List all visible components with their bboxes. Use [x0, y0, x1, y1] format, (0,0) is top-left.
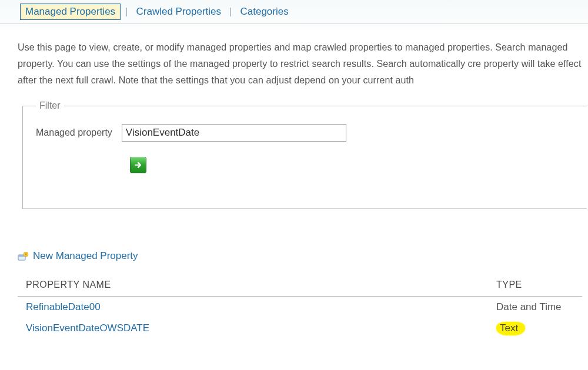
property-name-link[interactable]: RefinableDate00: [18, 301, 496, 313]
filter-label: Managed property: [36, 127, 112, 138]
managed-property-input[interactable]: [122, 124, 346, 142]
filter-legend: Filter: [36, 100, 64, 111]
filter-row: Managed property: [36, 124, 587, 142]
svg-point-2: [24, 252, 28, 257]
table-row: VisionEventDateOWSDATE Text: [18, 318, 582, 339]
new-managed-property-label: New Managed Property: [33, 250, 138, 262]
property-type: Date and Time: [496, 301, 582, 313]
filter-panel: Filter Managed property: [22, 100, 587, 209]
column-type[interactable]: TYPE: [496, 280, 582, 290]
column-property-name[interactable]: PROPERTY NAME: [18, 280, 496, 290]
tab-crawled-properties[interactable]: Crawled Properties: [133, 4, 225, 19]
property-name-link[interactable]: VisionEventDateOWSDATE: [18, 322, 496, 334]
page: Managed Properties | Crawled Properties …: [0, 0, 588, 370]
new-item-icon: [18, 252, 28, 260]
tab-bar: Managed Properties | Crawled Properties …: [0, 4, 588, 24]
highlighted-type: Text: [496, 322, 525, 335]
arrow-right-icon: [133, 160, 143, 170]
new-managed-property-link[interactable]: New Managed Property: [0, 209, 588, 262]
table-row: RefinableDate00 Date and Time: [18, 297, 582, 318]
tab-separator: |: [125, 6, 128, 18]
tab-separator: |: [229, 6, 232, 18]
tab-categories[interactable]: Categories: [237, 4, 292, 19]
apply-filter-button[interactable]: [130, 157, 146, 173]
page-description: Use this page to view, create, or modify…: [0, 24, 588, 89]
table-header: PROPERTY NAME TYPE: [18, 280, 582, 297]
property-type: Text: [496, 322, 582, 334]
tab-managed-properties[interactable]: Managed Properties: [20, 4, 121, 20]
properties-table: PROPERTY NAME TYPE RefinableDate00 Date …: [18, 280, 582, 339]
